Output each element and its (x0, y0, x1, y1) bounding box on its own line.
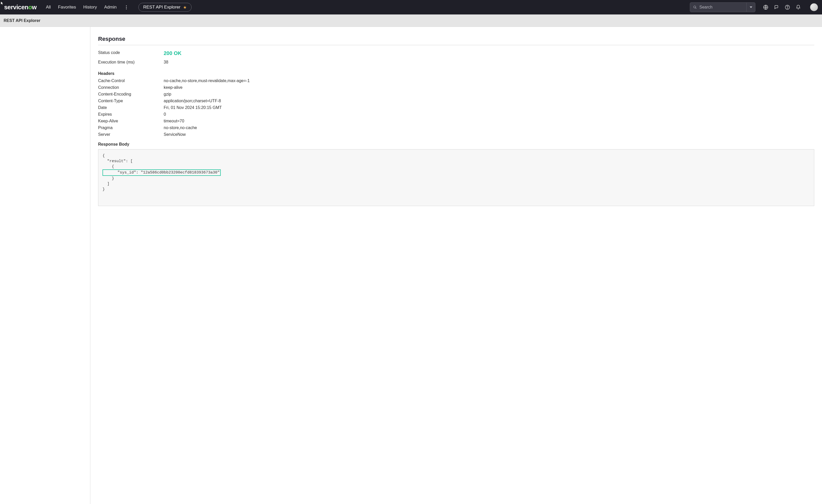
search-icon (693, 5, 697, 9)
svg-point-0 (694, 6, 696, 8)
logo-text-o: o (28, 4, 32, 11)
exec-time-value: 38 (164, 60, 168, 65)
body-line: ] (102, 182, 109, 186)
subheader: REST API Explorer (0, 14, 822, 27)
header-value: no-cache,no-store,must-revalidate,max-ag… (164, 78, 250, 83)
top-navbar: servicenow All Favorites History Admin R… (0, 0, 822, 14)
sidebar (0, 27, 90, 504)
status-row: Status code 200 OK (98, 50, 814, 56)
nav-favorites[interactable]: Favorites (58, 5, 76, 10)
header-row: Content-Typeapplication/json;charset=UTF… (98, 99, 814, 103)
response-body-box[interactable]: { "result": [ { "sys_id": "12a586cd0bb23… (98, 149, 814, 206)
header-key: Connection (98, 85, 164, 90)
caret-down-icon (750, 6, 752, 8)
header-value: application/json;charset=UTF-8 (164, 99, 221, 103)
header-row: Cache-Controlno-cache,no-store,must-reva… (98, 78, 814, 83)
bell-icon[interactable] (796, 5, 801, 10)
logo-text-post: w (32, 4, 37, 11)
logo-text-pre: servicen (4, 4, 28, 11)
more-menu-icon[interactable] (124, 5, 129, 10)
highlighted-sys-id: "sys_id": "12a586cd0bb23200ecfd818393673… (102, 169, 221, 176)
nav-history[interactable]: History (83, 5, 97, 10)
nav-admin[interactable]: Admin (104, 5, 116, 10)
pill-label: REST API Explorer (143, 5, 180, 10)
header-key: Keep-Alive (98, 119, 164, 123)
body-line: } (102, 176, 114, 181)
star-icon[interactable]: ★ (183, 5, 187, 10)
header-key: Cache-Control (98, 78, 164, 83)
header-key: Content-Type (98, 99, 164, 103)
subheader-title: REST API Explorer (4, 18, 40, 23)
user-avatar[interactable] (810, 3, 818, 11)
header-key: Date (98, 105, 164, 110)
help-icon[interactable] (785, 5, 790, 10)
header-row: DateFri, 01 Nov 2024 15:20:15 GMT (98, 105, 814, 110)
globe-icon[interactable] (763, 5, 768, 10)
header-row: Expires0 (98, 112, 814, 117)
header-key: Expires (98, 112, 164, 117)
search-box[interactable] (690, 2, 747, 12)
response-body-title: Response Body (98, 142, 814, 147)
header-value: timeout=70 (164, 119, 184, 123)
top-icons (763, 3, 818, 11)
header-key: Pragma (98, 125, 164, 130)
nav-items: All Favorites History Admin (46, 5, 117, 10)
search-wrap (690, 2, 755, 12)
header-row: Connectionkeep-alive (98, 85, 814, 90)
body-line: { (102, 154, 105, 158)
svg-line-1 (696, 8, 697, 9)
header-key: Server (98, 132, 164, 137)
header-row: Content-Encodinggzip (98, 92, 814, 97)
header-row: Keep-Alivetimeout=70 (98, 119, 814, 123)
header-value: Fri, 01 Nov 2024 15:20:15 GMT (164, 105, 222, 110)
nav-all[interactable]: All (46, 5, 51, 10)
status-value: 200 OK (164, 50, 181, 56)
chat-icon[interactable] (774, 5, 779, 10)
exec-time-label: Execution time (ms) (98, 60, 164, 65)
exec-time-row: Execution time (ms) 38 (98, 60, 814, 65)
search-dropdown-button[interactable] (747, 2, 755, 12)
body-line: { (102, 164, 114, 169)
header-value: ServiceNow (164, 132, 185, 137)
header-row: Pragmano-store,no-cache (98, 125, 814, 130)
search-input[interactable] (699, 5, 743, 10)
status-label: Status code (98, 50, 164, 56)
header-value: 0 (164, 112, 166, 117)
headers-list: Cache-Controlno-cache,no-store,must-reva… (98, 78, 814, 137)
header-row: ServerServiceNow (98, 132, 814, 137)
header-value: gzip (164, 92, 171, 97)
response-title: Response (98, 36, 814, 45)
body-line: } (102, 187, 105, 191)
servicenow-logo: servicenow (4, 4, 37, 11)
header-value: keep-alive (164, 85, 182, 90)
header-key: Content-Encoding (98, 92, 164, 97)
body-wrap: Response Status code 200 OK Execution ti… (0, 27, 822, 504)
body-line: "result": [ (102, 159, 133, 163)
header-value: no-store,no-cache (164, 125, 197, 130)
current-page-pill[interactable]: REST API Explorer ★ (138, 3, 191, 12)
headers-title: Headers (98, 71, 814, 76)
main-content: Response Status code 200 OK Execution ti… (90, 27, 822, 504)
